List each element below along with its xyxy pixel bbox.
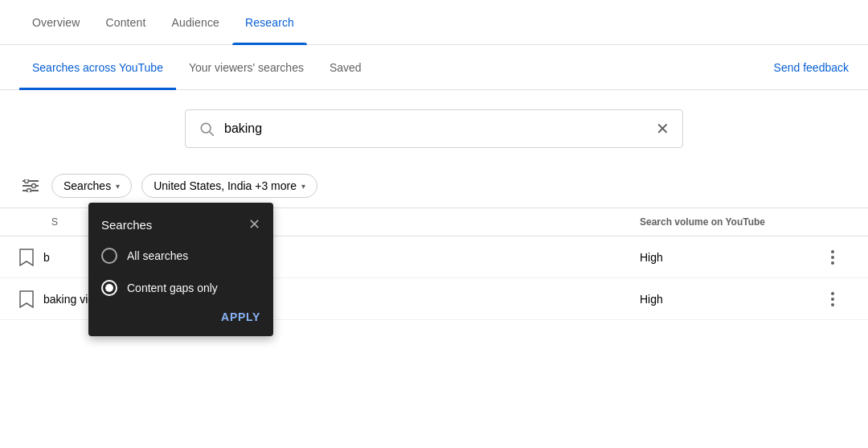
all-searches-option[interactable]: All searches	[88, 240, 273, 272]
searches-filter-button[interactable]: Searches ▾	[51, 174, 132, 198]
tab-viewers-searches[interactable]: Your viewers' searches	[176, 45, 317, 90]
search-input[interactable]	[224, 121, 656, 136]
chevron-down-icon: ▾	[116, 182, 120, 191]
three-dots-icon-1[interactable]	[831, 250, 834, 265]
apply-button[interactable]: APPLY	[221, 310, 260, 323]
radio-inner-dot	[105, 284, 113, 292]
all-searches-radio[interactable]	[101, 248, 117, 264]
popup-apply-area: APPLY	[88, 304, 273, 336]
bookmark-icon-row2[interactable]	[19, 290, 34, 308]
search-area: ✕	[0, 90, 868, 164]
svg-point-7	[27, 189, 31, 193]
row-volume-2: High	[640, 293, 817, 306]
send-feedback-button[interactable]: Send feedback	[774, 61, 849, 74]
svg-point-6	[32, 184, 36, 188]
tab-research[interactable]: Research	[232, 0, 307, 45]
content-gaps-radio[interactable]	[101, 280, 117, 296]
popup-header: Searches ✕	[88, 203, 273, 240]
chevron-down-icon-location: ▾	[301, 182, 305, 191]
searches-popup: Searches ✕ All searches Content gaps onl…	[88, 203, 273, 336]
search-box: ✕	[185, 109, 683, 148]
svg-point-5	[25, 179, 29, 183]
filter-row: Searches ▾ United States, India +3 more …	[0, 164, 868, 208]
col-volume-header: Search volume on YouTube	[640, 216, 817, 228]
location-filter-button[interactable]: United States, India +3 more ▾	[141, 174, 317, 198]
content-gaps-option[interactable]: Content gaps only	[88, 272, 273, 304]
row-volume-1: High	[640, 251, 817, 264]
tab-overview[interactable]: Overview	[19, 0, 92, 45]
bookmark-icon-row1[interactable]	[19, 249, 34, 266]
more-options-row2[interactable]	[817, 292, 849, 306]
svg-line-1	[210, 132, 214, 136]
popup-close-icon[interactable]: ✕	[248, 216, 260, 233]
tab-searches-across-youtube[interactable]: Searches across YouTube	[19, 45, 176, 90]
tab-saved[interactable]: Saved	[317, 45, 375, 90]
clear-search-icon[interactable]: ✕	[656, 119, 669, 138]
tab-content[interactable]: Content	[92, 0, 158, 45]
filter-icon-button[interactable]	[19, 176, 42, 195]
top-nav: Overview Content Audience Research	[0, 0, 868, 45]
three-dots-icon-2[interactable]	[831, 292, 834, 306]
tab-audience[interactable]: Audience	[158, 0, 232, 45]
sub-nav: Searches across YouTube Your viewers' se…	[0, 45, 868, 90]
more-options-row1[interactable]	[817, 250, 849, 265]
search-icon	[199, 121, 215, 137]
sub-nav-tabs: Searches across YouTube Your viewers' se…	[19, 45, 774, 89]
